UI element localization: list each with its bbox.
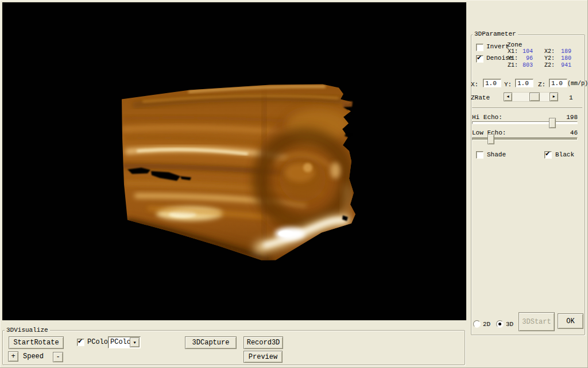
separator <box>472 108 582 109</box>
volume-render <box>2 2 466 320</box>
low-echo-thumb[interactable] <box>488 134 494 144</box>
zrate-right-arrow-icon[interactable] <box>550 93 558 101</box>
shade-checkbox[interactable] <box>476 151 483 159</box>
denoise-checkbox[interactable] <box>476 55 483 63</box>
zone-z2-value: 941 <box>552 62 571 68</box>
ok-button[interactable]: OK <box>558 313 583 329</box>
zrate-scrollbar[interactable] <box>504 92 558 102</box>
visualize-group-title: 3DVisualize <box>5 327 50 334</box>
hi-echo-slider[interactable] <box>472 121 578 124</box>
record-3d-button[interactable]: Record3D <box>243 336 283 349</box>
parameter-group-title: 3DParameter <box>473 30 518 37</box>
scale-x-input[interactable] <box>483 79 501 87</box>
zrate-thumb[interactable] <box>529 93 540 101</box>
pcolor-checkbox[interactable] <box>77 339 84 346</box>
hi-echo-thumb[interactable] <box>549 118 556 128</box>
zone-title: Zone <box>507 41 522 48</box>
render-viewport[interactable] <box>2 2 466 320</box>
speed-label: Speed <box>23 353 44 360</box>
hi-echo-label: Hi Echo: <box>472 114 502 121</box>
speed-minus-button[interactable]: - <box>53 352 63 362</box>
zone-y1-value: 96 <box>516 55 533 62</box>
black-label: Black <box>555 151 574 158</box>
start-3d-button[interactable]: 3DStart <box>519 312 555 331</box>
mode-2d-radio[interactable] <box>473 320 481 328</box>
invert-label: Invert <box>486 43 509 50</box>
zrate-value: 1 <box>569 94 573 101</box>
scale-x-label: X: <box>471 81 478 88</box>
scale-z-label: Z: <box>538 81 546 88</box>
scale-z-input[interactable] <box>549 79 567 87</box>
pcolor-select[interactable]: PColor <box>108 336 141 348</box>
scale-y-label: Y: <box>504 81 512 88</box>
speed-plus-button[interactable]: + <box>8 351 18 362</box>
invert-checkbox[interactable] <box>476 44 483 51</box>
zone-x1-value: 104 <box>516 48 533 55</box>
zrate-label: ZRate <box>471 94 490 101</box>
zone-z1-value: 803 <box>516 62 533 68</box>
start-rotate-button[interactable]: StartRotate <box>9 336 64 349</box>
chevron-down-icon[interactable] <box>130 338 140 347</box>
mode-3d-radio[interactable] <box>496 320 504 328</box>
mode-2d-label: 2D <box>483 321 490 328</box>
zrate-left-arrow-icon[interactable] <box>504 93 512 101</box>
app-window: 3DParameter Invert Denoise Zone X1: 104 … <box>0 0 588 368</box>
zone-y2-value: 180 <box>552 55 571 62</box>
scale-y-input[interactable] <box>515 79 533 87</box>
shade-label: Shade <box>487 151 506 158</box>
preview-button[interactable]: Preview <box>243 351 283 363</box>
black-checkbox[interactable] <box>544 151 552 159</box>
capture-3d-button[interactable]: 3DCapture <box>185 336 237 349</box>
zone-x2-value: 189 <box>552 48 571 55</box>
low-echo-value: 46 <box>546 129 578 136</box>
scale-unit-label: (mm/p) <box>567 80 588 87</box>
mode-3d-label: 3D <box>506 321 513 328</box>
